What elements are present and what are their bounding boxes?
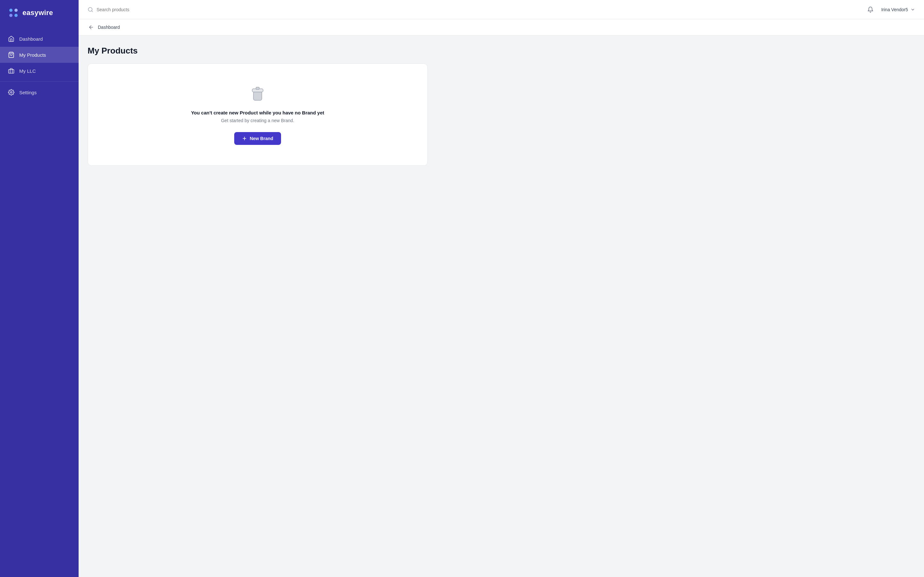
arrow-left-icon [88,24,94,30]
svg-rect-5 [9,69,14,73]
new-brand-button[interactable]: New Brand [234,132,281,145]
svg-point-1 [15,9,18,12]
sidebar-item-dashboard[interactable]: Dashboard [0,31,79,47]
nav-divider [0,81,79,82]
empty-state-icon [248,84,267,103]
empty-state-subtitle: Get started by creating a new Brand. [221,118,294,123]
sidebar-item-label-my-llc: My LLC [19,68,36,74]
bell-icon [867,6,874,13]
notification-button[interactable] [866,5,875,14]
logo-icon [8,7,19,19]
page-title: My Products [87,46,915,56]
search-icon [87,7,94,13]
header: Irina Vendor5 [79,0,924,19]
svg-rect-12 [256,87,259,89]
svg-point-3 [15,14,18,17]
breadcrumb: Dashboard [98,25,120,30]
breadcrumb-bar: Dashboard [79,19,924,35]
home-icon [8,35,15,42]
back-button[interactable] [87,24,95,31]
new-brand-button-label: New Brand [250,136,273,141]
empty-state-title: You can't create new Product while you h… [191,110,324,115]
content-area: My Products You can't create new Product… [79,35,924,176]
sidebar-item-my-products[interactable]: My Products [0,47,79,63]
search-input[interactable] [97,7,180,12]
search-container [87,7,861,13]
settings-icon [8,89,15,96]
app-name: easywire [23,9,53,17]
user-menu[interactable]: Irina Vendor5 [881,7,915,12]
empty-state-card: You can't create new Product while you h… [87,63,428,166]
sidebar-item-settings[interactable]: Settings [0,84,79,100]
chevron-down-icon [911,7,915,12]
svg-point-0 [9,9,13,12]
svg-rect-10 [254,91,262,100]
page-content: Dashboard My Products You c [79,19,924,577]
user-name: Irina Vendor5 [881,7,908,12]
briefcase-icon [8,67,15,74]
sidebar-item-label-settings: Settings [19,90,37,95]
svg-point-2 [9,14,13,17]
header-right: Irina Vendor5 [866,5,915,14]
svg-point-6 [11,92,12,93]
main-wrapper: Irina Vendor5 Dashboard My Produc [79,0,924,577]
logo[interactable]: easywire [0,0,79,26]
sidebar: easywire Dashboard My Products [0,0,79,577]
svg-line-8 [91,11,92,11]
sidebar-nav: Dashboard My Products My LLC [0,26,79,577]
plus-icon [242,136,247,141]
sidebar-item-my-llc[interactable]: My LLC [0,63,79,79]
bag-icon [8,51,15,58]
sidebar-item-label-my-products: My Products [19,52,46,58]
sidebar-item-label-dashboard: Dashboard [19,36,43,42]
